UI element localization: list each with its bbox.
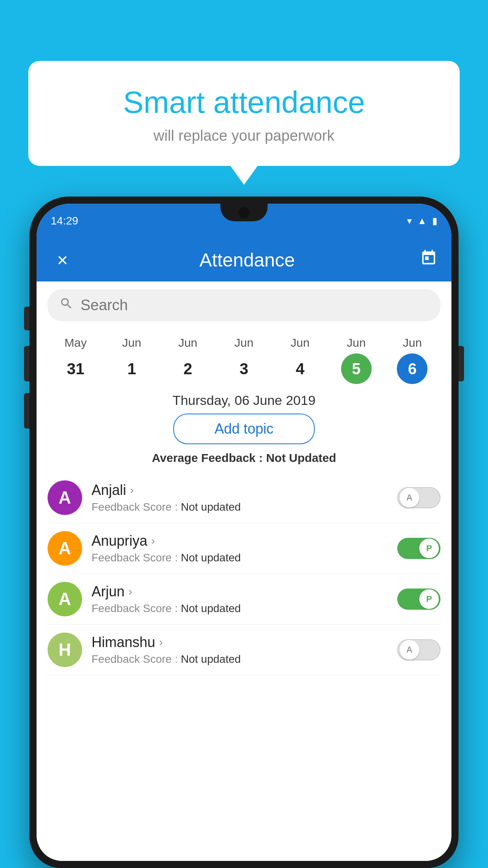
student-avatar: A — [48, 480, 82, 515]
cal-month-label: Jun — [291, 336, 310, 349]
attendance-toggle[interactable]: P — [397, 588, 440, 610]
close-button[interactable]: × — [51, 249, 74, 271]
student-info: Anjali ›Feedback Score : Not updated — [92, 482, 388, 513]
cal-month-label: Jun — [235, 336, 253, 349]
attendance-toggle[interactable]: A — [397, 639, 440, 660]
attendance-toggle[interactable]: P — [397, 538, 440, 559]
student-avatar: A — [48, 531, 82, 566]
cal-date-label: 4 — [285, 353, 316, 384]
phone-btn-vol-down — [24, 393, 29, 428]
search-input[interactable] — [81, 297, 429, 314]
student-item[interactable]: AAnjali ›Feedback Score : Not updatedA — [48, 473, 440, 523]
avg-feedback-label: Average Feedback : — [152, 451, 266, 464]
notch — [220, 204, 268, 221]
phone-screen: 14:29 ▾ ▲ ▮ × Attendance — [37, 204, 451, 861]
status-time: 14:29 — [51, 215, 78, 227]
calendar-day[interactable]: Jun5 — [341, 336, 372, 384]
chevron-icon: › — [159, 636, 163, 649]
avg-feedback-value: Not Updated — [266, 451, 336, 464]
student-info: Arjun ›Feedback Score : Not updated — [92, 583, 388, 615]
feedback-score: Feedback Score : Not updated — [92, 602, 388, 615]
cal-date-label: 6 — [397, 353, 427, 384]
attendance-toggle[interactable]: A — [397, 487, 440, 508]
cal-month-label: Jun — [347, 336, 365, 349]
battery-icon: ▮ — [432, 215, 437, 226]
camera — [238, 207, 250, 218]
chevron-icon: › — [130, 484, 134, 497]
student-list: AAnjali ›Feedback Score : Not updatedAAA… — [37, 473, 451, 675]
student-name: Himanshu › — [92, 634, 388, 651]
app-bar-title: Attendance — [74, 249, 420, 271]
search-icon — [59, 296, 73, 314]
wifi-icon: ▾ — [407, 215, 412, 226]
speech-bubble: Smart attendance will replace your paper… — [28, 61, 460, 166]
student-item[interactable]: AAnupriya ›Feedback Score : Not updatedP — [48, 523, 440, 574]
calendar-icon[interactable] — [420, 249, 437, 270]
cal-month-label: Jun — [122, 336, 141, 349]
app-bar: × Attendance — [37, 238, 451, 281]
calendar-day[interactable]: Jun2 — [172, 336, 203, 384]
student-name: Arjun › — [92, 583, 388, 600]
cal-date-label: 31 — [60, 353, 91, 384]
bubble-title: Smart attendance — [52, 85, 436, 120]
cal-date-label: 5 — [341, 353, 372, 384]
student-avatar: H — [48, 633, 82, 667]
chevron-icon: › — [151, 535, 155, 547]
calendar-day[interactable]: Jun3 — [229, 336, 259, 384]
toggle-knob: P — [419, 539, 439, 558]
calendar-day[interactable]: May31 — [60, 336, 91, 384]
cal-date-label: 1 — [116, 353, 147, 384]
feedback-score: Feedback Score : Not updated — [92, 552, 388, 564]
cal-date-label: 2 — [172, 353, 203, 384]
cal-date-label: 3 — [229, 353, 259, 384]
toggle-knob: P — [419, 589, 439, 609]
phone-frame: 14:29 ▾ ▲ ▮ × Attendance — [29, 197, 459, 868]
status-bar: 14:29 ▾ ▲ ▮ — [37, 204, 451, 238]
feedback-score: Feedback Score : Not updated — [92, 501, 388, 513]
student-name: Anjali › — [92, 482, 388, 498]
selected-date-label: Thursday, 06 June 2019 — [37, 393, 451, 408]
phone-btn-vol-up — [24, 346, 29, 381]
search-bar[interactable] — [48, 289, 440, 321]
bubble-subtitle: will replace your paperwork — [52, 127, 436, 144]
add-topic-button[interactable]: Add topic — [173, 414, 315, 444]
cal-month-label: May — [64, 336, 87, 349]
signal-icon: ▲ — [417, 215, 427, 226]
calendar-day[interactable]: Jun6 — [397, 336, 427, 384]
student-info: Himanshu ›Feedback Score : Not updated — [92, 634, 388, 666]
student-name: Anupriya › — [92, 533, 388, 549]
calendar-day[interactable]: Jun1 — [116, 336, 147, 384]
chevron-icon: › — [128, 585, 132, 598]
avg-feedback: Average Feedback : Not Updated — [37, 451, 451, 465]
student-item[interactable]: AArjun ›Feedback Score : Not updatedP — [48, 574, 440, 625]
toggle-knob: A — [400, 488, 419, 508]
phone-btn-power — [459, 346, 464, 381]
student-avatar: A — [48, 582, 82, 616]
cal-month-label: Jun — [403, 336, 422, 349]
cal-month-label: Jun — [178, 336, 197, 349]
student-info: Anupriya ›Feedback Score : Not updated — [92, 533, 388, 564]
student-item[interactable]: HHimanshu ›Feedback Score : Not updatedA — [48, 625, 440, 675]
calendar-strip: May31Jun1Jun2Jun3Jun4Jun5Jun6 — [37, 329, 451, 384]
phone-btn-silent — [24, 307, 29, 330]
calendar-day[interactable]: Jun4 — [285, 336, 316, 384]
status-icons: ▾ ▲ ▮ — [407, 215, 437, 226]
toggle-knob: A — [400, 640, 419, 660]
feedback-score: Feedback Score : Not updated — [92, 653, 388, 666]
